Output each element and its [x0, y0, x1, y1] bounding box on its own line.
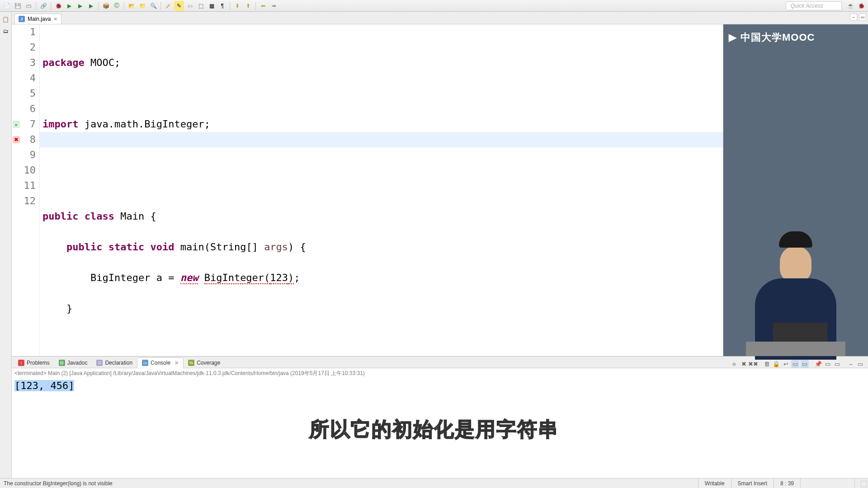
open-task-button[interactable]: 📁 [137, 1, 147, 11]
current-line-highlight [40, 132, 723, 147]
tab-close-icon[interactable]: ✕ [53, 16, 57, 22]
display-console-button[interactable]: ▭ [824, 360, 832, 368]
separator [36, 2, 36, 10]
scroll-lock-button[interactable]: 🔒 [772, 360, 780, 368]
toggle-block-button[interactable]: ▭ [185, 1, 195, 11]
code-editor[interactable]: ▸ ✖ 1 2 3 4 5 6 7 8 9 10 11 12 [12, 24, 723, 356]
status-insert-mode: Smart Insert [731, 479, 774, 488]
maximize-panel-button[interactable]: ▭ [856, 360, 864, 368]
status-empty [800, 479, 854, 488]
bottom-tab-bar: !Problems @Javadoc DDeclaration ▭Console… [12, 357, 868, 368]
back-button[interactable]: ⬅ [258, 1, 268, 11]
separator [98, 2, 99, 10]
tab-main-java[interactable]: J Main.java ✕ [14, 14, 61, 24]
code-content[interactable]: package MOOC; import java.math.BigIntege… [40, 24, 723, 356]
main-toolbar: 📄 💾 🗃 🔗 🐞 ▶ ▶ ▶ 📦 Ⓒ 📂 📁 🔍 🪄 ✎ ▭ ⬚ ▦ ¶ ⬇ … [0, 0, 868, 12]
remove-all-button[interactable]: ✖✖ [749, 360, 757, 368]
minimize-view-button[interactable]: – [850, 14, 857, 21]
run-last-button[interactable]: ▶ [86, 1, 96, 11]
tab-javadoc[interactable]: @Javadoc [54, 358, 92, 368]
separator [51, 2, 51, 10]
marker-gutter: ▸ ✖ [12, 24, 22, 356]
next-annotation-button[interactable]: ⬇ [232, 1, 242, 11]
separator [124, 2, 124, 10]
logo-icon: ▶ [729, 32, 737, 43]
override-marker-icon[interactable]: ▸ [13, 121, 20, 128]
prev-annotation-button[interactable]: ⬆ [243, 1, 253, 11]
search-button[interactable]: 🔍 [148, 1, 158, 11]
tab-label: Main.java [28, 16, 51, 22]
tab-console[interactable]: ▭Console✕ [137, 357, 184, 368]
mooc-logo: ▶ 中国大学MOOC [729, 31, 815, 44]
show-on-err-button[interactable]: ▭ [801, 360, 809, 368]
terminate-button[interactable]: ■ [730, 360, 738, 368]
wand-button[interactable]: 🪄 [163, 1, 173, 11]
pin-console-button[interactable]: 📌 [814, 360, 822, 368]
open-console-button[interactable]: ▭ [833, 360, 841, 368]
show-on-out-button[interactable]: ▭ [791, 360, 799, 368]
video-subtitle: 所以它的初始化是用字符串 [309, 416, 559, 443]
perspective-debug-button[interactable]: 🐞 [856, 1, 866, 11]
debug-button[interactable]: 🐞 [53, 1, 63, 11]
minimize-panel-button[interactable]: – [847, 360, 855, 368]
new-button[interactable]: 📄 [2, 1, 12, 11]
show-whitespace-button[interactable]: ⬚ [196, 1, 206, 11]
save-all-button[interactable]: 🗃 [24, 1, 33, 11]
coverage-button[interactable]: ▶ [75, 1, 85, 11]
status-bar: The constructor BigInteger(long) is not … [0, 478, 868, 488]
left-trim: 📋 🗂 [0, 12, 12, 478]
status-message: The constructor BigInteger(long) is not … [0, 480, 116, 487]
remove-launch-button[interactable]: ✖ [740, 360, 748, 368]
clear-console-button[interactable]: 🗑 [763, 360, 771, 368]
tab-declaration[interactable]: DDeclaration [92, 358, 137, 368]
console-output[interactable]: [123, 456] [12, 379, 868, 393]
editor-tab-bar: J Main.java ✕ – ▭ [12, 12, 868, 24]
word-wrap-button[interactable]: ↩ [782, 360, 790, 368]
outline-icon[interactable]: 🗂 [2, 27, 10, 35]
scroll-corner [861, 481, 867, 487]
toggle-mark-button[interactable]: ✎ [174, 1, 184, 11]
save-button[interactable]: 💾 [13, 1, 23, 11]
open-type-button[interactable]: 📂 [127, 1, 137, 11]
error-marker-icon[interactable]: ✖ [13, 136, 20, 143]
presenter-figure [750, 230, 841, 356]
forward-button[interactable]: ➡ [269, 1, 279, 11]
show-selected-button[interactable]: ▦ [207, 1, 217, 11]
package-explorer-icon[interactable]: 📋 [2, 15, 10, 23]
perspective-java-button[interactable]: ☕ [845, 1, 855, 11]
status-cursor-position: 8 : 39 [774, 479, 800, 488]
tab-problems[interactable]: !Problems [14, 358, 54, 368]
separator [255, 2, 256, 10]
maximize-view-button[interactable]: ▭ [859, 14, 866, 21]
close-icon[interactable]: ✕ [175, 360, 179, 366]
new-package-button[interactable]: 📦 [101, 1, 111, 11]
tab-coverage[interactable]: %Coverage [184, 358, 225, 368]
java-file-icon: J [19, 16, 25, 22]
link-button[interactable]: 🔗 [38, 1, 48, 11]
new-class-button[interactable]: Ⓒ [112, 1, 122, 11]
line-numbers: 1 2 3 4 5 6 7 8 9 10 11 12 [22, 24, 40, 356]
quick-access-input[interactable]: Quick Access [786, 1, 842, 10]
separator [160, 2, 161, 10]
pilcrow-button[interactable]: ¶ [217, 1, 227, 11]
video-feed: ▶ 中国大学MOOC [723, 24, 868, 356]
run-button[interactable]: ▶ [64, 1, 74, 11]
separator [230, 2, 230, 10]
status-writable: Writable [698, 479, 731, 488]
console-header: <terminated> Main (2) [Java Application]… [12, 368, 868, 379]
